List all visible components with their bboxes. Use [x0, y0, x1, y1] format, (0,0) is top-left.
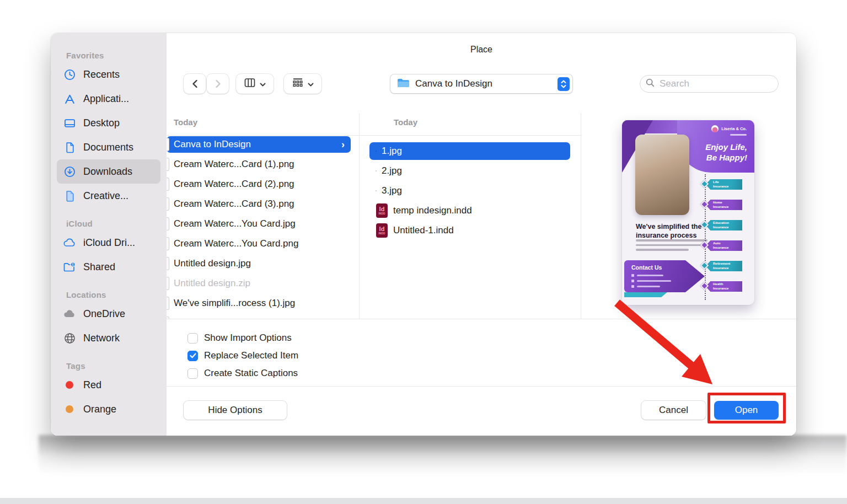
- icloud-icon: [63, 236, 76, 249]
- file-name: We've simplifi...rocess (1).jpg: [174, 298, 295, 309]
- sidebar-item-label: Network: [83, 333, 120, 344]
- file-row[interactable]: Cream Waterc...Card (2).png: [167, 176, 351, 192]
- file-row[interactable]: Untitled design.jpg: [167, 255, 351, 272]
- desktop-icon: [63, 116, 76, 130]
- group-view-icon: [292, 78, 303, 90]
- file-icon-clipped: [167, 197, 169, 211]
- file-row[interactable]: Canva to InDesign›: [167, 136, 351, 153]
- place-dialog: FavoritesRecentsApplicati...DesktopDocum…: [51, 33, 796, 436]
- group-view-button[interactable]: [284, 74, 321, 94]
- hide-options-button[interactable]: Hide Options: [184, 401, 287, 420]
- search-field[interactable]: [640, 75, 779, 93]
- file-name: Cream Waterc...You Card.jpg: [174, 218, 296, 229]
- flyer-dotted-line: [705, 174, 706, 300]
- sidebar-item-onedrive[interactable]: OneDrive: [57, 302, 160, 326]
- file-name: Cream Waterc...You Card.png: [174, 238, 298, 249]
- file-row[interactable]: Cream Waterc...Card (1).png: [167, 156, 351, 173]
- file-icon-clipped: [167, 158, 169, 171]
- checkbox-unchecked[interactable]: [187, 333, 198, 344]
- ribbon-label: Home Insurance: [706, 201, 731, 208]
- sidebar-item-downloads[interactable]: Downloads: [57, 159, 160, 184]
- sidebar-item-recents[interactable]: Recents: [57, 62, 160, 87]
- finder-sidebar: FavoritesRecentsApplicati...DesktopDocum…: [51, 33, 167, 436]
- flyer-logo: Liseria & Co.: [711, 125, 747, 132]
- option-row: Replace Selected Item: [187, 348, 298, 363]
- file-row[interactable]: Cream Waterc...Card (3).png: [167, 196, 351, 212]
- file-row[interactable]: Untitled design.zip: [167, 275, 351, 292]
- file-preview: Liseria & Co. Enjoy Life,Be Happy! We've…: [622, 120, 754, 305]
- contact-title: Contact Us: [631, 264, 662, 271]
- sidebar-section-title: iCloud: [66, 219, 167, 228]
- forward-button[interactable]: [207, 74, 229, 94]
- file-name: temp indesign.indd: [393, 205, 472, 216]
- file-row[interactable]: 3.jpg: [369, 182, 570, 200]
- file-name: Cream Waterc...Card (1).png: [174, 159, 294, 170]
- contact-banner: Contact Us: [624, 260, 705, 292]
- file-name: Untitled design.zip: [174, 278, 250, 289]
- sidebar-item-creative[interactable]: Creative...: [57, 184, 160, 208]
- file-row[interactable]: 1.jpg: [369, 142, 570, 160]
- file-icon-clipped: [167, 217, 169, 230]
- file-row[interactable]: Cream Waterc...You Card.png: [167, 235, 351, 252]
- sidebar-section-title: Locations: [66, 290, 167, 299]
- indesign-file-icon: IdINDD: [376, 223, 388, 238]
- sidebar-item-orange[interactable]: Orange: [57, 397, 160, 421]
- file-name: Untitled design.jpg: [174, 258, 251, 269]
- sidebar-item-label: Orange: [83, 404, 116, 415]
- ribbon-diamond-icon: [700, 200, 709, 209]
- file-icon-clipped: [167, 178, 169, 191]
- sidebar-item-icloud-dri[interactable]: iCloud Dri...: [57, 230, 160, 255]
- brand-logo-icon: [711, 125, 719, 132]
- footer-divider: [167, 386, 796, 387]
- sidebar-item-label: Documents: [83, 142, 133, 153]
- sidebar-item-documents[interactable]: Documents: [57, 135, 160, 159]
- cancel-button[interactable]: Cancel: [641, 401, 706, 420]
- sidebar-item-label: Red: [83, 379, 101, 391]
- flyer-paragraph-lines: [636, 239, 707, 251]
- file-name: 3.jpg: [382, 185, 402, 196]
- background-edge: [0, 498, 847, 504]
- checkbox-checked[interactable]: [187, 351, 198, 361]
- indesign-file-icon: IdINDD: [376, 203, 388, 218]
- option-label: Show Import Options: [204, 333, 292, 344]
- back-button[interactable]: [184, 74, 206, 94]
- flyer-headline: Enjoy Life,Be Happy!: [684, 142, 747, 163]
- sidebar-item-red[interactable]: Red: [57, 373, 160, 397]
- column-group-header: Today: [394, 117, 417, 127]
- file-row[interactable]: IdINDDtemp indesign.indd: [369, 202, 570, 219]
- file-row[interactable]: IdINDDUntitled-1.indd: [369, 222, 570, 239]
- checkbox-unchecked[interactable]: [187, 368, 198, 379]
- file-row[interactable]: Cream Waterc...You Card.jpg: [167, 216, 351, 232]
- file-row[interactable]: We've simplifi...rocess (1).jpg: [167, 295, 351, 312]
- file-row[interactable]: We've simplifi...process.jpg: [167, 315, 351, 319]
- column-divider: [581, 113, 581, 319]
- sidebar-item-label: Desktop: [83, 117, 120, 129]
- chevron-right-icon: [211, 77, 224, 90]
- ribbon-diamond-icon: [700, 261, 709, 270]
- sidebar-item-desktop[interactable]: Desktop: [57, 111, 160, 135]
- sidebar-item-shared[interactable]: Shared: [57, 255, 160, 279]
- dialog-main: Place: [167, 33, 796, 436]
- dialog-title: Place: [167, 45, 796, 55]
- insurance-ribbon: Life Insurance: [706, 179, 742, 190]
- appstore-icon: [63, 92, 76, 105]
- ribbon-label: Auto Insurance: [706, 242, 731, 249]
- option-row: Create Static Captions: [187, 366, 298, 380]
- sidebar-section-title: Favorites: [66, 51, 167, 60]
- flyer-teal-strip: [624, 292, 667, 297]
- search-input[interactable]: [658, 78, 782, 90]
- file-row[interactable]: 2.jpg: [369, 162, 570, 180]
- location-dropdown[interactable]: Canva to InDesign: [390, 74, 572, 93]
- file-icon-clipped: [167, 237, 169, 250]
- family-photo: [635, 135, 689, 215]
- column-view-button[interactable]: [236, 74, 274, 94]
- file-icon-clipped: [167, 277, 169, 290]
- chevron-down-icon: [260, 79, 266, 89]
- sidebar-item-label: Downloads: [83, 166, 132, 178]
- sidebar-item-applicati[interactable]: Applicati...: [57, 87, 160, 111]
- file-name: Canva to InDesign: [174, 139, 251, 150]
- ribbon-diamond-icon: [700, 282, 709, 291]
- sidebar-item-network[interactable]: Network: [57, 326, 160, 350]
- shared-folder-icon: [63, 260, 76, 274]
- columns-view-icon: [244, 78, 255, 90]
